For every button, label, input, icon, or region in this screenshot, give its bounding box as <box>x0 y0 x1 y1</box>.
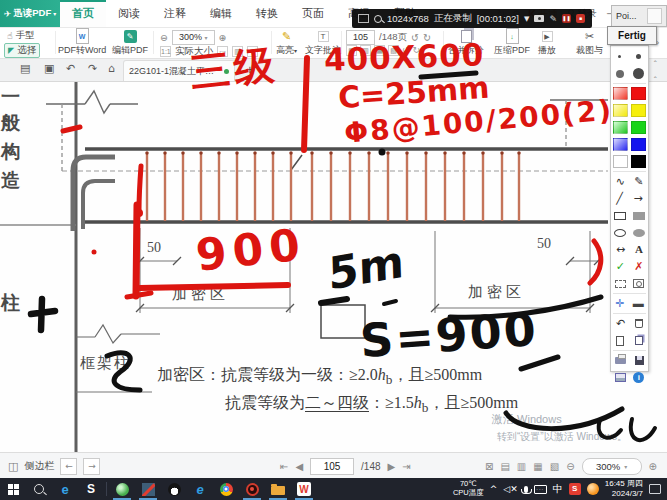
rotate-right-icon[interactable]: ↻ <box>423 32 431 43</box>
freehand-tool[interactable]: ∿ <box>616 176 625 187</box>
stop-record-button[interactable]: ■ <box>576 14 585 23</box>
color-yellow-soft[interactable] <box>613 104 628 117</box>
menu-tab-read[interactable]: 阅读 <box>106 0 152 27</box>
view-continuous-icon[interactable]: ▥ <box>517 461 526 472</box>
document-tab[interactable]: 22G101-1混凝土平法… <box>123 60 235 81</box>
filled-rectangle-tool[interactable] <box>633 212 645 220</box>
forward-button[interactable]: → <box>83 458 100 475</box>
menu-tab-convert[interactable]: 转换 <box>244 0 290 27</box>
color-yellow[interactable] <box>631 104 646 117</box>
print-annotation-icon[interactable] <box>615 357 626 364</box>
rotate-ccw-icon[interactable]: ↺ <box>402 45 410 55</box>
compress-pdf-button[interactable]: ↓ 压缩PDF <box>494 29 530 57</box>
taskbar-ie[interactable]: e <box>187 478 213 500</box>
taskbar-recorder-app[interactable] <box>239 478 265 500</box>
home-icon[interactable]: ⌂ <box>108 62 115 75</box>
taskbar-qq[interactable] <box>161 478 187 500</box>
single-page-icon[interactable]: ▤ <box>346 45 357 56</box>
minus-tool[interactable]: ▬ <box>633 298 644 309</box>
actual-size-button[interactable]: 实际大小 <box>175 45 213 58</box>
crop-button[interactable]: ✂ 裁图与 <box>576 29 603 57</box>
zoom-out-button[interactable]: ⊖ <box>566 461 574 472</box>
select-tool-button[interactable]: ◤ 选择 <box>4 43 40 58</box>
taskbar-search-button[interactable] <box>26 478 52 500</box>
taskbar-explorer[interactable] <box>265 478 291 500</box>
back-button[interactable]: ← <box>60 458 77 475</box>
pen-size-large[interactable] <box>616 70 624 78</box>
checkmark-tool[interactable]: ✓ <box>616 261 625 272</box>
pen-done-button[interactable]: Fertig <box>607 26 657 45</box>
text-note-button[interactable]: T 文字批注 <box>305 29 341 57</box>
info-icon[interactable]: i <box>633 372 644 383</box>
merge-split-button[interactable]: 合并拆分 <box>448 29 484 57</box>
pencil-tool[interactable]: ✎ <box>634 176 643 187</box>
sidebar-toggle-icon[interactable]: ◫ <box>8 460 18 473</box>
scroll-view-icon[interactable]: ▦ <box>374 45 385 56</box>
pen-tool-mini-window[interactable]: Poi... <box>611 5 667 27</box>
next-page-button[interactable]: ▶ <box>388 461 396 472</box>
volume-muted-icon[interactable]: ◁✕ <box>503 484 517 494</box>
taskbar-wps[interactable]: W <box>291 478 317 500</box>
zoom-in-icon[interactable]: ⊕ <box>219 32 227 43</box>
line-tool[interactable]: ╱ <box>616 193 623 204</box>
fit-width-icon[interactable]: ▭ <box>217 46 228 57</box>
zoom-out-icon[interactable]: ⊖ <box>160 32 168 43</box>
first-page-button[interactable]: ⇤ <box>280 461 288 472</box>
edit-pdf-button[interactable]: ✎ 编辑PDF <box>112 29 148 57</box>
microphone-icon[interactable] <box>524 486 528 493</box>
view-facing-icon[interactable]: ▦ <box>533 461 542 472</box>
menu-tab-edit[interactable]: 编辑 <box>198 0 244 27</box>
color-green[interactable] <box>631 121 646 134</box>
pdf-to-word-button[interactable]: W PDF转Word <box>58 29 106 57</box>
zoom-in-button[interactable]: ⊕ <box>649 461 657 472</box>
clear-all-icon[interactable] <box>635 319 643 328</box>
arrow-tool[interactable]: → <box>633 193 642 204</box>
pause-record-button[interactable]: ❚❚ <box>562 14 571 23</box>
taskbar-clock[interactable]: 16:45 周四 2024/3/7 <box>605 479 643 499</box>
view-single-icon[interactable]: ▤ <box>500 461 509 472</box>
sogou-tray-icon[interactable]: S <box>569 483 581 495</box>
highlight-button[interactable]: ✎ 高亮▾ <box>276 29 297 57</box>
taskbar-s-app[interactable]: S <box>78 478 104 500</box>
zoom-level-select[interactable]: 300% ▾ <box>172 30 215 45</box>
pdf-page[interactable]: 一 般 构 造 柱 框架柱 50 50 加密区 加密区 加密区：抗震等级为一级：… <box>0 81 667 452</box>
magnifier-icon[interactable] <box>374 15 382 23</box>
rotate-cw-icon[interactable]: ↻ <box>413 45 421 55</box>
color-black[interactable] <box>631 155 646 168</box>
panel-collapse-chevron-2[interactable]: ˆ <box>653 76 658 86</box>
print-icon[interactable]: ▤ <box>20 62 30 75</box>
fullscreen-icon[interactable]: ⊠ <box>485 461 493 472</box>
chevron-down-icon[interactable]: ▼ <box>524 15 529 23</box>
book-view-icon[interactable]: ▧ <box>388 45 399 56</box>
text-tool[interactable]: A <box>635 244 643 255</box>
prev-page-button[interactable]: ◀ <box>295 461 303 472</box>
pen-size-xlarge[interactable] <box>633 68 644 79</box>
color-green-soft[interactable] <box>613 121 628 134</box>
menu-tab-comment[interactable]: 注释 <box>152 0 198 27</box>
save-annotation-icon[interactable] <box>635 356 644 365</box>
taskbar-edge[interactable]: e <box>52 478 78 500</box>
new-board-icon[interactable] <box>616 336 624 346</box>
filled-ellipse-tool[interactable] <box>633 229 645 237</box>
rectangle-tool[interactable] <box>614 212 626 220</box>
start-button[interactable] <box>0 478 26 500</box>
color-blue[interactable] <box>631 138 646 151</box>
undo-icon[interactable]: ↶ <box>66 62 75 75</box>
taskbar-annotation-app[interactable] <box>135 478 161 500</box>
cpu-temp-widget[interactable]: 70℃ CPU温度 <box>453 480 484 497</box>
new-tab-button[interactable]: + <box>246 62 254 77</box>
text-mode-icon[interactable]: T <box>247 46 258 57</box>
double-page-icon[interactable]: ▥ <box>360 45 371 56</box>
view-book-icon[interactable]: ▧ <box>550 461 559 472</box>
page-number-input[interactable]: 105 <box>346 30 375 45</box>
last-page-button[interactable]: ⇥ <box>402 461 410 472</box>
double-arrow-tool[interactable]: ↔ <box>616 244 625 255</box>
select-region-tool[interactable] <box>615 280 626 288</box>
panel-collapse-chevron-1[interactable]: ˆ <box>653 60 658 70</box>
menu-tab-home[interactable]: 首页 <box>60 0 106 27</box>
undo-stroke-icon[interactable]: ↶ <box>616 318 625 329</box>
taskbar-green-app[interactable] <box>109 478 135 500</box>
add-tool[interactable]: ✛ <box>615 298 624 309</box>
color-white[interactable] <box>613 155 628 168</box>
duplicate-board-icon[interactable] <box>635 336 643 345</box>
